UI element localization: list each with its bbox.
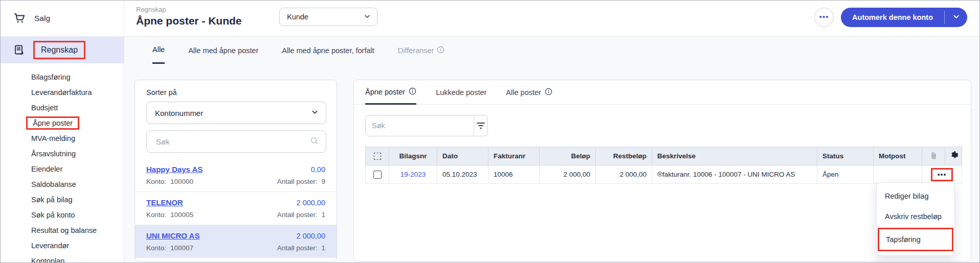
column-header-restbelop[interactable]: Restbeløp [596,147,652,165]
table-settings-header[interactable] [945,147,962,165]
column-header-fakturanr[interactable]: Fakturanr [488,147,540,165]
gear-icon [950,151,959,161]
menu-item-tapsforing[interactable]: Tapsføring [878,228,953,251]
table-header-row: Bilagsnr Dato Fakturanr Beløp Restbeløp … [366,147,962,165]
cart-icon [13,12,26,25]
sidebar-item-budsjett[interactable]: Budsjett [1,100,124,115]
konto-value: 100000 [170,178,193,185]
chevron-down-icon [952,13,960,22]
column-header-beskrivelse[interactable]: Beskrivelse [652,147,817,165]
info-icon [409,87,416,97]
tab-alle-med-apne-poster[interactable]: Alle med åpne poster [188,37,258,64]
sidebar-item-leverandor[interactable]: Leverandør [1,238,124,253]
customer-link[interactable]: TELENOR [146,198,183,207]
sort-by-value: Kontonummer [155,109,203,117]
chevron-down-icon [311,108,319,117]
tab-apne-poster[interactable]: Åpne poster [365,80,416,105]
menu-item-rediger-bilag[interactable]: Rediger bilag [877,186,954,206]
sidebar-item-label: Salg [34,14,50,23]
sidebar-item-mva-melding[interactable]: MVA-melding [1,131,124,146]
konto-value: 100007 [170,244,193,252]
filter-icon [476,121,485,130]
ellipsis-icon: ••• [819,12,829,21]
dato-cell: 05.10.2023 [437,165,488,184]
account-search-input[interactable] [155,137,310,147]
sidebar-item-kontoplan[interactable]: Kontoplan [1,253,124,263]
poster-count: 1 [321,211,325,219]
sidebar-submenu: Bilagsføring Leverandørfaktura Budsjett … [1,69,124,263]
sidebar-item-apne-poster[interactable]: Åpne poster [1,115,124,131]
restbelop-cell: 2 000,00 [596,165,652,184]
motpost-cell [874,165,922,184]
header-more-button[interactable]: ••• [814,8,834,27]
page-title: Åpne poster - Kunde [136,15,242,27]
bilagsnr-cell: 19-2023 [389,165,437,184]
column-header-bilagsnr[interactable]: Bilagsnr [389,147,437,165]
main-tab-bar: Alle Alle med åpne poster Alle med åpne … [152,37,444,64]
list-item-telenor[interactable]: TELENOR 2 000,00 Konto:100005 Antall pos… [135,192,337,225]
sort-by-select[interactable]: Kontonummer [146,102,326,124]
sidebar-item-label: Regnskap [33,41,85,59]
tab-alle-poster[interactable]: Alle poster [506,80,552,104]
customer-amount: 2 000,00 [297,232,325,240]
automerk-dropdown-toggle[interactable] [945,8,967,27]
breadcrumb: Regnskap [136,6,166,13]
tab-alle[interactable]: Alle [152,37,165,64]
row-select-cell [366,165,389,184]
postings-table: Bilagsnr Dato Fakturanr Beløp Restbeløp … [365,147,962,184]
filter-button[interactable] [474,115,487,136]
content-area: Alle Alle med åpne poster Alle med åpne … [124,37,979,262]
customer-list: Happy Days AS 0,00 Konto:100000 Antall p… [135,159,337,258]
page-header: Regnskap Åpne poster - Kunde Kunde ••• A… [124,1,979,37]
list-item-happy-days[interactable]: Happy Days AS 0,00 Konto:100000 Antall p… [135,159,337,192]
konto-value: 100005 [170,211,193,219]
list-item-uni-micro[interactable]: UNI MICRO AS 2 000,00 Konto:100007 Antal… [135,225,337,258]
app-window: Salg Regnskap Bilagsføring Leverandørfak… [0,0,980,263]
select-all-icon [374,153,381,160]
tab-differanser[interactable]: Differanser [398,37,445,64]
info-icon [437,46,444,55]
sidebar: Salg Regnskap Bilagsføring Leverandørfak… [1,1,124,262]
table-row[interactable]: 19-2023 05.10.2023 10006 2 000,00 2 000,… [366,165,962,184]
column-header-status[interactable]: Status [817,147,874,165]
sidebar-item-salg[interactable]: Salg [1,1,124,37]
row-checkbox[interactable] [373,171,382,179]
chevron-down-icon [364,13,371,21]
customer-link[interactable]: UNI MICRO AS [146,231,199,240]
select-all-header[interactable] [366,147,389,165]
account-list-panel: Sorter på Kontonummer Happy Days AS 0,00 [135,80,337,261]
postings-search-box [365,115,488,136]
automerk-button[interactable]: Automerk denne konto [841,8,944,27]
sidebar-item-resultat-og-balanse[interactable]: Resultat og balanse [1,223,124,238]
search-icon [310,136,319,147]
row-more-button[interactable]: ••• [931,168,953,181]
sidebar-item-leverandorfaktura[interactable]: Leverandørfaktura [1,85,124,100]
bilagsnr-link[interactable]: 19-2023 [400,171,426,178]
entity-type-value: Kunde [287,13,308,21]
poster-count: 1 [321,244,325,252]
sidebar-item-arsavslutning[interactable]: Årsavslutning [1,146,124,161]
column-header-dato[interactable]: Dato [437,147,488,165]
account-search-box [146,130,326,153]
postings-search-input[interactable] [366,115,474,136]
column-header-attachment [922,147,945,165]
belop-cell: 2 000,00 [540,165,596,184]
sidebar-item-sok-pa-bilag[interactable]: Søk på bilag [1,192,124,207]
customer-amount: 2 000,00 [297,199,325,207]
beskrivelse-cell: ®fakturanr. 10006 - 100007 - UNI MICRO A… [652,165,817,184]
sidebar-item-saldobalanse[interactable]: Saldobalanse [1,177,124,192]
sidebar-item-bilagsforing[interactable]: Bilagsføring [1,69,124,85]
column-header-belop[interactable]: Beløp [540,147,596,165]
sidebar-item-sok-pa-konto[interactable]: Søk på konto [1,207,124,223]
entity-type-dropdown[interactable]: Kunde [279,8,377,26]
ledger-icon [13,44,25,56]
sidebar-item-regnskap[interactable]: Regnskap [1,37,124,63]
column-header-motpost[interactable]: Motpost [874,147,922,165]
status-cell: Åpen [817,165,874,184]
sidebar-item-eiendeler[interactable]: Eiendeler [1,161,124,177]
tab-lukkede-poster[interactable]: Lukkede poster [436,80,486,104]
menu-item-avskriv-restbelop[interactable]: Avskriv restbeløp [877,206,954,227]
tab-alle-med-apne-poster-forfalt[interactable]: Alle med åpne poster, forfalt [282,37,374,64]
poster-count: 9 [321,178,325,185]
customer-link[interactable]: Happy Days AS [146,165,203,174]
